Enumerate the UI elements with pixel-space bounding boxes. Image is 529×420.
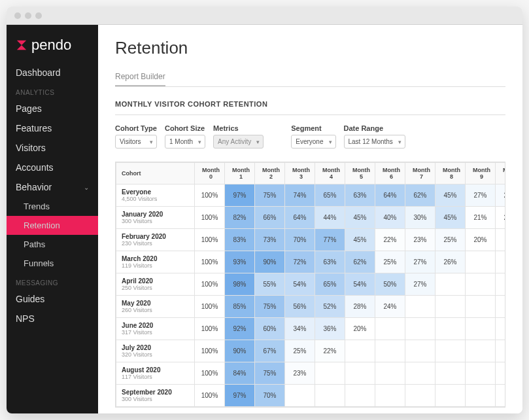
retention-cell: 27% (466, 184, 496, 207)
retention-cell: 100% (195, 273, 225, 296)
retention-cell: 54% (285, 273, 315, 296)
nav-accounts[interactable]: Accounts (7, 158, 98, 177)
filter-date-range-label: Date Range (344, 124, 405, 132)
nav-pages[interactable]: Pages (7, 99, 98, 118)
retention-cell: 64% (375, 184, 405, 207)
col-header: Month 8 (435, 163, 466, 184)
retention-cell: 70% (285, 229, 315, 251)
filter-metrics-select[interactable]: Any Activity (213, 135, 264, 149)
retention-cell (466, 362, 496, 385)
nav-nps[interactable]: NPS (7, 309, 98, 328)
nav-dashboard[interactable]: Dashboard (7, 63, 98, 82)
tab-bar: Report Builder (115, 70, 505, 87)
filter-metrics-label: Metrics (213, 124, 264, 132)
retention-cell: 85% (225, 296, 255, 318)
retention-cell: 21% (466, 207, 496, 229)
col-header: Month 3 (285, 163, 315, 184)
cohort-cell: May 2020260 Visitors (116, 296, 195, 318)
nav-trends[interactable]: Trends (7, 197, 98, 216)
retention-cell: 20% (496, 207, 506, 229)
retention-cell: 63% (345, 184, 375, 207)
retention-cell (405, 296, 435, 318)
nav-features[interactable]: Features (7, 118, 98, 138)
retention-cell: 65% (315, 184, 345, 207)
col-header: Month 6 (375, 163, 405, 184)
retention-cell: 65% (315, 273, 345, 296)
col-header: Month 1 (225, 163, 255, 184)
main-content: Retention Report Builder MONTHLY VISITOR… (98, 25, 522, 413)
window-minimize-icon[interactable] (25, 12, 31, 19)
retention-cell (405, 318, 435, 340)
retention-cell: 45% (435, 184, 466, 207)
retention-cell: 34% (285, 318, 315, 340)
retention-cell: 92% (225, 318, 255, 340)
retention-cell (435, 273, 466, 296)
retention-cell: 25% (496, 184, 506, 207)
retention-cell: 40% (375, 207, 405, 229)
col-header: Month 9 (466, 163, 496, 184)
retention-cell: 30% (405, 207, 435, 229)
retention-cell (496, 251, 506, 273)
tab-report-builder[interactable]: Report Builder (115, 72, 165, 86)
retention-cell: 100% (195, 229, 225, 251)
retention-cell (466, 340, 496, 362)
retention-cell (496, 362, 506, 385)
retention-cell (496, 296, 506, 318)
col-header: Month 0 (195, 163, 225, 184)
retention-cell (496, 340, 506, 362)
retention-cell: 25% (435, 229, 466, 251)
retention-cell: 75% (255, 362, 285, 385)
retention-cell: 97% (225, 385, 255, 407)
retention-cell (375, 362, 405, 385)
nav-paths[interactable]: Paths (7, 235, 98, 254)
filter-segment-select[interactable]: Everyone (291, 135, 335, 149)
retention-cell: 36% (315, 318, 345, 340)
nav-behavior[interactable]: Behavior ⌄ (7, 177, 98, 197)
browser-chrome (7, 7, 522, 25)
col-header: Month 7 (405, 163, 435, 184)
retention-cell: 72% (285, 251, 315, 273)
retention-cell: 83% (225, 229, 255, 251)
retention-cell: 22% (315, 340, 345, 362)
cohort-cell: September 2020300 Visitors (116, 385, 195, 407)
filter-cohort-size-select[interactable]: 1 Month (165, 135, 205, 149)
retention-cell: 77% (315, 229, 345, 251)
retention-cell: 44% (315, 207, 345, 229)
retention-cell: 100% (195, 207, 225, 229)
filter-cohort-type-label: Cohort Type (115, 124, 157, 132)
retention-cell: 70% (255, 385, 285, 407)
nav-visitors[interactable]: Visitors (7, 138, 98, 158)
retention-cell (466, 251, 496, 273)
filter-date-range-select[interactable]: Last 12 Months (344, 135, 405, 149)
retention-cell: 100% (195, 251, 225, 273)
retention-cell (345, 340, 375, 362)
nav-guides[interactable]: Guides (7, 289, 98, 309)
cohort-cell: April 2020250 Visitors (116, 273, 195, 296)
retention-cell (315, 362, 345, 385)
retention-cell (405, 362, 435, 385)
retention-cell: 20% (466, 229, 496, 251)
retention-table: CohortMonth 0Month 1Month 2Month 3Month … (115, 162, 505, 408)
retention-cell: 100% (195, 184, 225, 207)
retention-cell (496, 229, 506, 251)
retention-cell (405, 340, 435, 362)
chevron-down-icon: ⌄ (84, 184, 89, 191)
nav-section-messaging: MESSAGING (7, 273, 98, 289)
filter-cohort-size-label: Cohort Size (165, 124, 205, 132)
retention-cell: 100% (195, 362, 225, 385)
retention-cell: 67% (255, 340, 285, 362)
retention-cell (466, 273, 496, 296)
retention-cell: 64% (285, 207, 315, 229)
retention-cell: 50% (375, 273, 405, 296)
window-maximize-icon[interactable] (35, 12, 42, 19)
nav-retention[interactable]: Retention (7, 216, 98, 235)
filter-cohort-type-select[interactable]: Visitors (115, 135, 157, 149)
table-row: August 2020117 Visitors100%84%75%23% (116, 362, 506, 385)
nav-funnels[interactable]: Funnels (7, 254, 98, 273)
window-close-icon[interactable] (14, 12, 21, 19)
retention-cell (435, 318, 466, 340)
retention-cell: 93% (225, 251, 255, 273)
cohort-cell: August 2020117 Visitors (116, 362, 195, 385)
retention-cell: 63% (315, 251, 345, 273)
logo[interactable]: pendo (7, 31, 98, 63)
